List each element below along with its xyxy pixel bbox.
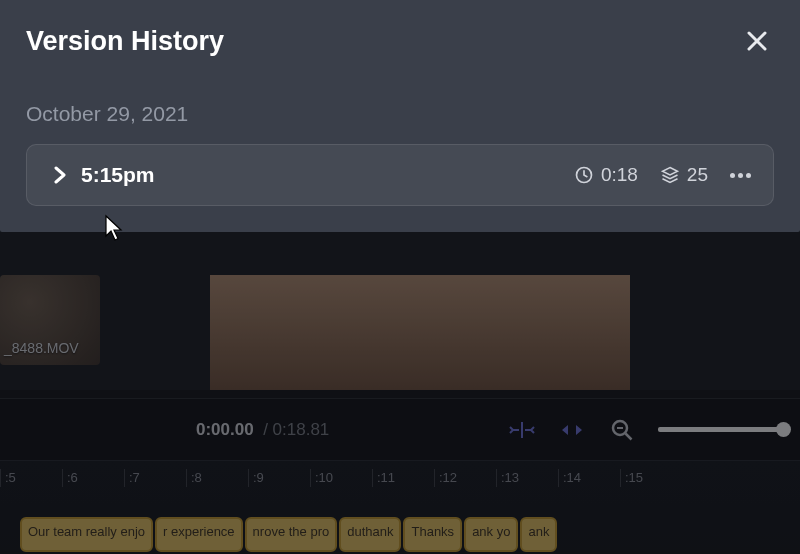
duration-value: 0:18 bbox=[601, 164, 638, 186]
close-icon bbox=[745, 29, 769, 53]
chevron-right-icon bbox=[49, 166, 71, 184]
version-row[interactable]: 5:15pm 0:18 25 bbox=[26, 144, 774, 206]
version-time-label: 5:15pm bbox=[81, 163, 155, 187]
close-button[interactable] bbox=[740, 24, 774, 58]
version-layer-count: 25 bbox=[660, 164, 708, 186]
layers-icon bbox=[660, 165, 680, 185]
version-duration: 0:18 bbox=[574, 164, 638, 186]
version-more-button[interactable] bbox=[730, 173, 751, 178]
version-date-header: October 29, 2021 bbox=[26, 102, 774, 126]
layer-count-value: 25 bbox=[687, 164, 708, 186]
clock-icon bbox=[574, 165, 594, 185]
modal-title: Version History bbox=[26, 26, 224, 57]
version-history-panel: Version History October 29, 2021 5:15pm … bbox=[0, 0, 800, 232]
